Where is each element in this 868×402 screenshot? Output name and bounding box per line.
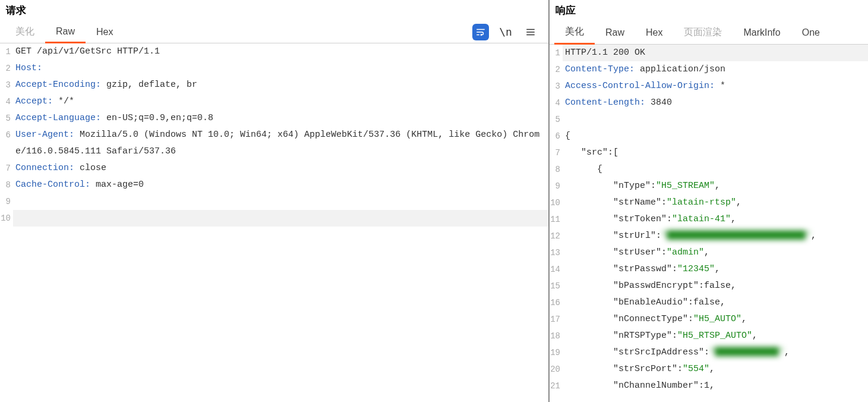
code-line: 10 [0,210,548,227]
code-line: 4Content-Length: 3840 [550,95,868,111]
line-content: Accept: */* [13,93,548,110]
code-line: 10 "strName":"latain-rtsp", [550,194,868,211]
code-line: 21 "nChannelNumber":1, [550,378,868,394]
line-content: "bEnableAudio":false, [563,294,868,311]
line-number: 6 [550,128,563,145]
line-content: Access-Control-Allow-Origin: * [563,78,868,95]
line-number: 16 [550,294,563,311]
line-content: Host: [13,60,548,77]
line-number: 8 [0,177,13,193]
line-number: 4 [550,95,563,111]
tab-beautify[interactable]: 美化 [554,21,595,45]
tab-one[interactable]: One [791,23,831,43]
line-content: "strSrcIpAddress":"████████████", [563,344,868,361]
line-number: 15 [550,278,563,294]
line-number: 6 [0,127,13,160]
line-content: User-Agent: Mozilla/5.0 (Windows NT 10.0… [13,127,548,160]
line-content: "bPasswdEncrypt":false, [563,278,868,294]
line-content [13,193,548,210]
code-line: 9 "nType":"H5_STREAM", [550,178,868,194]
line-content: Accept-Encoding: gzip, deflate, br [13,77,548,93]
code-line: 2Host: [0,60,548,77]
code-line: 6User-Agent: Mozilla/5.0 (Windows NT 10.… [0,127,548,160]
line-content: Accept-Language: en-US;q=0.9,en;q=0.8 [13,110,548,127]
code-line: 4Accept: */* [0,93,548,110]
line-number: 9 [550,178,563,194]
tab-raw[interactable]: Raw [45,21,86,43]
line-number: 10 [550,194,563,211]
line-content: "nRTSPType":"H5_RTSP_AUTO", [563,328,868,344]
newline-icon[interactable]: \n [497,24,514,40]
line-number: 8 [550,161,563,178]
line-number: 19 [550,344,563,361]
code-line: 8 { [550,161,868,178]
line-number: 17 [550,311,563,328]
line-number: 21 [550,378,563,394]
code-line: 16 "bEnableAudio":false, [550,294,868,311]
response-code[interactable]: 1HTTP/1.1 200 OK2Content-Type: applicati… [550,45,868,402]
line-number: 13 [550,244,563,261]
line-content: "strUser":"admin", [563,244,868,261]
response-title: 响应 [550,0,868,21]
line-number: 2 [0,60,13,77]
line-content: Content-Length: 3840 [563,95,868,111]
code-line: 8Cache-Control: max-age=0 [0,177,548,193]
line-content: GET /api/v1/GetSrc HTTP/1.1 [13,43,548,60]
line-number: 11 [550,211,563,228]
code-line: 5Accept-Language: en-US;q=0.9,en;q=0.8 [0,110,548,127]
code-line: 9 [0,193,548,210]
code-line: 17 "nConnectType":"H5_AUTO", [550,311,868,328]
line-number: 18 [550,328,563,344]
code-line: 1HTTP/1.1 200 OK [550,45,868,61]
line-content: "strName":"latain-rtsp", [563,194,868,211]
line-number: 14 [550,261,563,278]
line-content: "nType":"H5_STREAM", [563,178,868,194]
line-content: Cache-Control: max-age=0 [13,177,548,193]
code-line: 5 [550,111,868,128]
request-title: 请求 [0,0,548,21]
code-line: 18 "nRTSPType":"H5_RTSP_AUTO", [550,328,868,344]
line-content [563,111,868,128]
line-number: 7 [550,145,563,161]
line-number: 4 [0,93,13,110]
request-code[interactable]: 1GET /api/v1/GetSrc HTTP/1.12Host: 3Acce… [0,43,548,402]
response-panel: 响应 美化 Raw Hex 页面渲染 MarkInfo One 1HTTP/1.… [550,0,868,402]
tab-beautify[interactable]: 美化 [5,21,45,43]
line-content: { [563,128,868,145]
tab-hex[interactable]: Hex [86,22,124,42]
line-number: 1 [0,43,13,60]
line-number: 20 [550,361,563,378]
line-content: Content-Type: application/json [563,61,868,78]
menu-icon[interactable] [522,24,539,40]
code-line: 20 "strSrcPort":"554", [550,361,868,378]
tab-raw[interactable]: Raw [595,23,635,43]
code-line: 2Content-Type: application/json [550,61,868,78]
code-line: 3Accept-Encoding: gzip, deflate, br [0,77,548,93]
code-line: 1GET /api/v1/GetSrc HTTP/1.1 [0,43,548,60]
line-number: 3 [0,77,13,93]
line-content: { [563,161,868,178]
line-number: 7 [0,160,13,177]
code-line: 12 "strUrl":"██████████████████████████"… [550,228,868,244]
code-line: 15 "bPasswdEncrypt":false, [550,278,868,294]
code-line: 7Connection: close [0,160,548,177]
line-content: Connection: close [13,160,548,177]
wrap-toggle-icon[interactable] [472,24,489,40]
line-content: "strPasswd":"12345", [563,261,868,278]
line-number: 9 [0,193,13,210]
line-content: "strToken":"latain-41", [563,211,868,228]
line-number: 10 [0,210,13,227]
code-line: 19 "strSrcIpAddress":"████████████", [550,344,868,361]
line-number: 5 [550,111,563,128]
code-line: 14 "strPasswd":"12345", [550,261,868,278]
tab-page-render[interactable]: 页面渲染 [673,21,733,43]
line-content: "nConnectType":"H5_AUTO", [563,311,868,328]
code-line: 6{ [550,128,868,145]
line-number: 2 [550,61,563,78]
line-content: "strUrl":"██████████████████████████", [563,228,868,244]
tab-markinfo[interactable]: MarkInfo [733,23,791,43]
line-content [13,210,548,227]
request-panel: 请求 美化 Raw Hex \n 1GET /api/v1/GetSrc HTT… [0,0,550,402]
tab-hex[interactable]: Hex [635,23,673,43]
line-number: 3 [550,78,563,95]
